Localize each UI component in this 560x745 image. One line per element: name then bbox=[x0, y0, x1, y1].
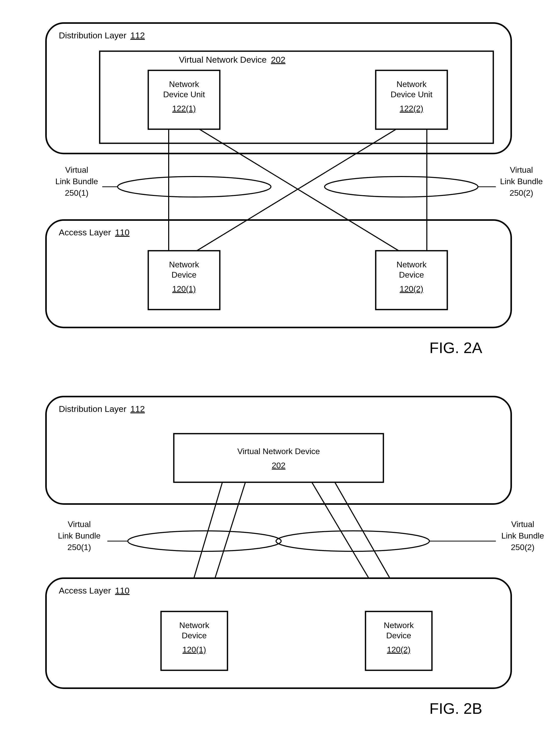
svg-rect-13 bbox=[161, 611, 228, 670]
svg-rect-14 bbox=[365, 611, 432, 670]
device-2-b: Network Device 120(2) bbox=[365, 611, 432, 670]
vnd-b-ref: 202 bbox=[272, 461, 285, 470]
vnd-ref: 202 bbox=[271, 55, 285, 64]
unit-2: Network Device Unit 122(2) bbox=[376, 70, 447, 129]
vlb-1-ref: 250(1) bbox=[65, 188, 89, 197]
vlb-1b-ref: 250(1) bbox=[68, 543, 91, 552]
svg-rect-1 bbox=[148, 70, 220, 129]
unit-2-ref: 122(2) bbox=[400, 104, 423, 113]
access-layer-label-b: Access Layer bbox=[59, 586, 111, 595]
distribution-layer-ref-b: 112 bbox=[130, 404, 145, 414]
unit-2-l1: Network bbox=[396, 79, 427, 89]
device-1b-ref: 120(1) bbox=[182, 645, 206, 654]
vlb-1-l1: Virtual bbox=[65, 165, 88, 174]
vlb-2-ref: 250(2) bbox=[510, 188, 533, 197]
device-1-b: Network Device 120(1) bbox=[161, 611, 228, 670]
access-layer-label: Access Layer bbox=[59, 227, 111, 237]
device-1: Network Device 120(1) bbox=[148, 251, 220, 310]
device-1b-l2: Device bbox=[182, 631, 207, 640]
vlb-2b-l2: Link Bundle bbox=[501, 531, 544, 540]
vnd-b-l1: Virtual Network Device bbox=[237, 447, 320, 456]
vnd-label: Virtual Network Device bbox=[179, 55, 267, 64]
unit-1-l1: Network bbox=[169, 79, 199, 89]
access-layer-ref-b: 110 bbox=[115, 586, 130, 595]
device-1-ref: 120(1) bbox=[172, 284, 196, 293]
device-2b-l1: Network bbox=[384, 621, 414, 630]
device-1-l2: Device bbox=[172, 270, 197, 280]
vlb-1b-l1: Virtual bbox=[68, 520, 91, 529]
device-2: Network Device 120(2) bbox=[376, 251, 447, 310]
vlb-2-l2: Link Bundle bbox=[500, 177, 542, 186]
svg-rect-3 bbox=[148, 251, 220, 310]
vlb-2-l1: Virtual bbox=[510, 165, 533, 174]
unit-1: Network Device Unit 122(1) bbox=[148, 70, 220, 129]
vlb-2b-l1: Virtual bbox=[511, 520, 534, 529]
svg-rect-4 bbox=[376, 251, 447, 310]
distribution-layer-label-b: Distribution Layer bbox=[59, 404, 127, 414]
figure-2a-caption: FIG. 2A bbox=[429, 339, 482, 356]
distribution-layer-ref: 112 bbox=[130, 30, 145, 40]
distribution-layer-label: Distribution Layer bbox=[59, 30, 127, 40]
vlb-1b-l2: Link Bundle bbox=[58, 531, 100, 540]
device-2-ref: 120(2) bbox=[400, 284, 423, 293]
vlb-1-l2: Link Bundle bbox=[55, 177, 98, 186]
unit-1-ref: 122(1) bbox=[172, 104, 196, 113]
unit-1-l2: Device Unit bbox=[163, 90, 205, 99]
figure-2b-caption: FIG. 2B bbox=[429, 700, 482, 717]
device-2b-ref: 120(2) bbox=[387, 645, 411, 654]
device-2-l1: Network bbox=[396, 260, 427, 269]
device-1b-l1: Network bbox=[179, 621, 209, 630]
vnd-box-b bbox=[174, 434, 383, 482]
unit-2-l2: Device Unit bbox=[390, 90, 432, 99]
diagram-canvas: Distribution Layer 112 Virtual Network D… bbox=[0, 0, 560, 745]
device-1-l1: Network bbox=[169, 260, 199, 269]
vlb-2b-ref: 250(2) bbox=[511, 543, 535, 552]
device-2b-l2: Device bbox=[386, 631, 411, 640]
access-layer-ref: 110 bbox=[115, 227, 130, 237]
svg-rect-2 bbox=[376, 70, 447, 129]
device-2-l2: Device bbox=[399, 270, 424, 280]
